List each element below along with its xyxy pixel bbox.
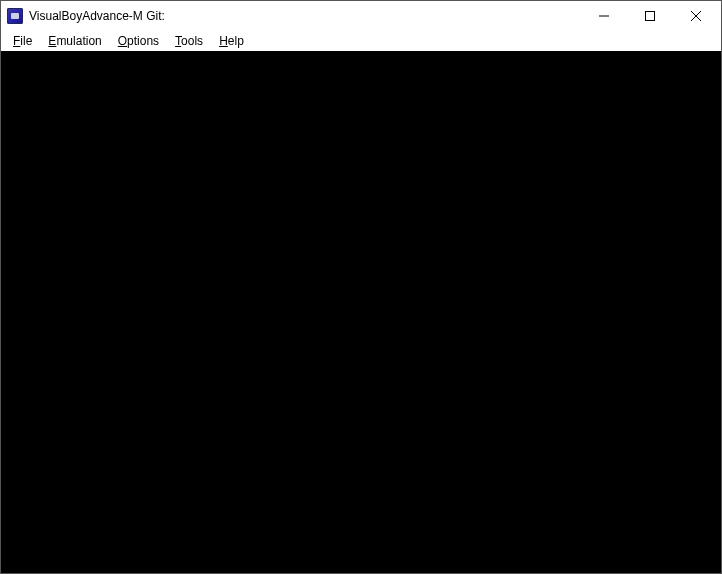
- menu-options[interactable]: Options: [110, 33, 167, 49]
- menu-emulation[interactable]: Emulation: [40, 33, 109, 49]
- app-icon: [7, 8, 23, 24]
- menu-tools[interactable]: Tools: [167, 33, 211, 49]
- menu-help[interactable]: Help: [211, 33, 252, 49]
- titlebar: VisualBoyAdvance-M Git:: [1, 1, 721, 31]
- window-controls: [581, 1, 719, 31]
- close-icon: [691, 11, 701, 21]
- svg-rect-1: [646, 12, 655, 21]
- minimize-icon: [599, 11, 609, 21]
- maximize-button[interactable]: [627, 1, 673, 31]
- menubar: File Emulation Options Tools Help: [1, 31, 721, 51]
- window-title: VisualBoyAdvance-M Git:: [29, 9, 581, 23]
- menu-file[interactable]: File: [5, 33, 40, 49]
- maximize-icon: [645, 11, 655, 21]
- emulator-viewport: [1, 51, 721, 573]
- close-button[interactable]: [673, 1, 719, 31]
- minimize-button[interactable]: [581, 1, 627, 31]
